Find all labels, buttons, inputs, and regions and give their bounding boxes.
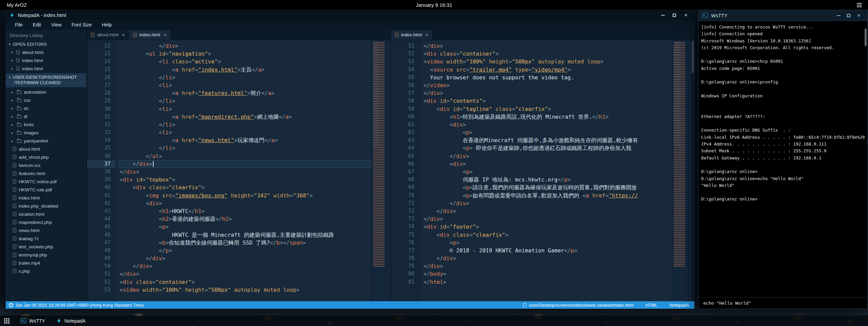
line-number[interactable]: 34 <box>87 136 115 144</box>
line-number[interactable]: 36 <box>87 152 115 160</box>
line-number[interactable]: 44 <box>87 215 115 223</box>
status-language[interactable]: HTML <box>645 303 657 308</box>
code-line[interactable]: </div> <box>120 254 371 262</box>
code-line[interactable]: <div> <box>424 121 672 129</box>
code-line[interactable]: Your browser does not support the video … <box>424 74 672 81</box>
file-item[interactable]: index.php_disabled <box>6 202 86 210</box>
code-line[interactable]: <a href="news.html">玩家傳送門</a> <box>120 136 371 144</box>
file-item[interactable]: features.html <box>6 169 86 177</box>
line-number[interactable]: 38 <box>87 168 115 176</box>
line-number[interactable]: 41 <box>87 192 115 199</box>
line-number[interactable]: 31 <box>87 113 115 121</box>
line-number[interactable]: 32 <box>87 121 115 129</box>
code-line[interactable]: <h1>特別為建築及鐵路而設,現代化的 Minecraft 世界.</h1> <box>424 113 672 121</box>
taskbar-item-notepada[interactable]: NotepadA <box>51 315 91 326</box>
file-item[interactable]: teabag.7z <box>6 234 86 243</box>
line-number[interactable]: 57 <box>391 89 419 97</box>
file-item[interactable]: HKWTC rule.pdf <box>6 186 86 194</box>
line-number[interactable]: 72 <box>391 207 419 215</box>
line-number[interactable]: 40 <box>87 184 115 191</box>
code-line[interactable]: <h2>香港的建築伺服器</h2> <box>120 215 371 223</box>
code-line[interactable]: <a href="mapredirect.php">網上地圖</a> <box>120 113 371 121</box>
chevron-right-icon[interactable]: ▸ <box>12 107 15 110</box>
line-number[interactable]: 50 <box>87 262 115 270</box>
file-item[interactable]: HKWTC notice.pdf <box>6 177 86 186</box>
line-number[interactable]: 28 <box>87 89 115 97</box>
menu-view[interactable]: View <box>46 20 67 30</box>
code-line[interactable]: </div> <box>120 262 371 270</box>
code-line[interactable]: </li> <box>120 74 371 81</box>
line-number[interactable]: 56 <box>391 81 419 89</box>
code-line[interactable]: <p> <box>120 223 371 231</box>
chevron-right-icon[interactable]: ▸ <box>12 90 15 94</box>
code-line[interactable]: </div> <box>120 270 371 278</box>
line-number[interactable]: 37 <box>87 160 115 168</box>
code-line[interactable]: <div id="footer"> <box>424 223 672 231</box>
code-line[interactable]: </li> <box>120 121 371 129</box>
line-number[interactable]: 75 <box>391 231 419 239</box>
line-number[interactable]: 76 <box>391 239 419 247</box>
close-icon[interactable]: × <box>164 32 166 38</box>
file-item[interactable]: add_vhost.php <box>6 153 86 161</box>
minimize-button[interactable] <box>660 13 665 18</box>
line-number[interactable]: 61 <box>391 121 419 129</box>
open-editor-item[interactable]: ×about.html <box>6 48 86 56</box>
code-line[interactable]: </html> <box>424 278 672 286</box>
file-item[interactable]: x.php <box>6 267 86 275</box>
open-editor-item[interactable]: ×index.html <box>6 56 86 64</box>
line-number[interactable]: 78 <box>391 254 419 262</box>
file-item[interactable]: news.html <box>6 226 86 234</box>
code-line[interactable]: </div> <box>424 207 672 215</box>
code-line[interactable]: © 2018 - 2019 HKWTC Animation Gamer</p> <box>424 247 672 254</box>
folder-item[interactable]: ▸autostation <box>6 88 86 96</box>
folder-item[interactable]: ▸dl <box>6 112 86 120</box>
code-line[interactable]: <li> <box>120 105 371 113</box>
chevron-right-icon[interactable]: ▸ <box>12 115 15 118</box>
editor-tab[interactable]: index.html× <box>391 30 433 40</box>
close-icon[interactable]: × <box>425 32 428 38</box>
terminal-input[interactable] <box>703 300 863 306</box>
file-item[interactable]: trailer.mp4 <box>6 259 86 267</box>
code-line[interactable]: <p>請注意,我們的伺服器為確保玩家及遊玩時的質素,我們對的服務開放 <box>424 184 672 191</box>
code-line[interactable]: <div class="container"> <box>424 50 672 58</box>
folder-item[interactable]: ▸images <box>6 129 86 137</box>
editor-tab[interactable]: index.html× <box>129 30 171 40</box>
menu-file[interactable]: File <box>10 20 28 30</box>
code-line[interactable]: </div> <box>424 89 672 97</box>
code-line[interactable]: <p> <box>424 168 672 176</box>
code-line[interactable]: <div> <box>424 160 672 168</box>
scrollbar[interactable] <box>691 40 694 301</box>
line-number[interactable]: 55 <box>391 74 419 81</box>
close-icon[interactable]: × <box>122 32 125 38</box>
code-line[interactable]: <b>你知道我們全線伺服器已轉用 SSD 了嗎?</b></span> <box>120 239 371 247</box>
line-number[interactable]: 67 <box>391 168 419 176</box>
code-line[interactable]: </video> <box>424 81 672 89</box>
code-line[interactable]: </div> <box>424 262 672 270</box>
code-line[interactable]: </div> <box>424 215 672 223</box>
open-editors-header[interactable]: ▾ OPEN EDITORS <box>6 40 86 48</box>
folder-item[interactable]: ▸yamlyamlml <box>6 137 86 145</box>
wstty-titlebar[interactable]: >_ WsTTY × <box>698 10 867 21</box>
code-line[interactable]: <div id="contents"> <box>424 97 672 105</box>
code-line[interactable]: </div> <box>424 152 672 160</box>
code-line[interactable]: </ul> <box>120 152 371 160</box>
code-line[interactable]: </div> <box>424 42 672 50</box>
code-line[interactable]: <h1>HKWTC</h1> <box>120 207 371 215</box>
line-number[interactable]: 35 <box>87 144 115 152</box>
code-line[interactable]: <p> <box>424 239 672 247</box>
line-number[interactable]: 62 <box>391 129 419 136</box>
line-number[interactable]: 77 <box>391 247 419 254</box>
notepada-titlebar[interactable]: NotepadA - index.html × <box>6 10 694 20</box>
directory-root[interactable]: ▾ USER:/DESKTOP/SCREENSHOT /TEST/WWW CLE… <box>6 73 86 87</box>
code-line[interactable]: </li> <box>120 144 371 152</box>
line-number[interactable]: 59 <box>391 105 419 113</box>
code-line[interactable]: <img src="images/box.png" height="342" w… <box>120 192 371 199</box>
folder-item[interactable]: ▸fonts <box>6 120 86 129</box>
maximize-button[interactable] <box>672 13 677 18</box>
line-number[interactable]: 22 <box>87 42 115 50</box>
line-number[interactable]: 51 <box>87 270 115 278</box>
file-item[interactable]: testmysql.php <box>6 251 86 259</box>
file-item[interactable]: about.html <box>6 145 86 153</box>
code-line[interactable]: <div class="container"> <box>120 278 371 286</box>
scrollbar-thumb[interactable] <box>865 28 867 46</box>
